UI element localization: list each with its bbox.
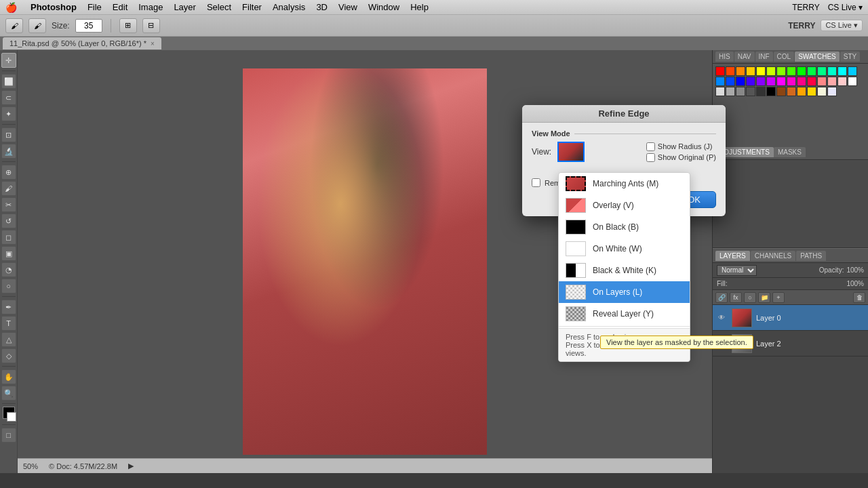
tool-path[interactable]: △: [1, 332, 16, 347]
tab-close-btn[interactable]: ×: [151, 40, 155, 47]
dropdown-reveal-layer[interactable]: Reveal Layer (Y): [559, 303, 690, 325]
layer-0-visibility[interactable]: 👁: [717, 313, 726, 323]
swatch[interactable]: [715, 66, 725, 76]
swatch[interactable]: [766, 87, 776, 96]
menu-select[interactable]: Select: [207, 2, 231, 12]
swatch[interactable]: [848, 77, 857, 86]
tool-screen-mode[interactable]: □: [1, 428, 16, 443]
status-arrow[interactable]: ▶: [128, 462, 134, 470]
tab-paths[interactable]: PATHS: [796, 251, 826, 261]
tab-masks[interactable]: MASKS: [774, 147, 806, 157]
new-group-btn[interactable]: 📁: [758, 292, 770, 303]
tab-channels[interactable]: CHANNELS: [751, 251, 795, 261]
menu-image[interactable]: Image: [138, 2, 163, 12]
add-style-btn[interactable]: fx: [730, 292, 742, 303]
dropdown-marching-ants[interactable]: Marching Ants (M): [559, 173, 690, 195]
swatch[interactable]: [827, 66, 837, 76]
tab-layers[interactable]: LAYERS: [715, 251, 750, 261]
swatch[interactable]: [736, 77, 745, 86]
add-mask-btn[interactable]: ○: [744, 292, 756, 303]
swatch[interactable]: [756, 77, 766, 86]
swatch[interactable]: [715, 87, 725, 96]
cs-live-toolbar[interactable]: CS Live ▾: [821, 20, 863, 31]
swatch[interactable]: [807, 77, 816, 86]
swatch[interactable]: [787, 87, 796, 96]
tool-clone[interactable]: ✂: [1, 197, 16, 212]
menu-edit[interactable]: Edit: [113, 2, 127, 12]
menu-3d[interactable]: 3D: [316, 2, 328, 12]
swatch[interactable]: [746, 87, 755, 96]
tool-marquee[interactable]: ⬜: [1, 74, 16, 89]
swatch[interactable]: [797, 66, 806, 76]
tool-move[interactable]: ✛: [1, 53, 16, 68]
tab-swatches[interactable]: SWATCHES: [795, 52, 840, 62]
dropdown-on-white[interactable]: On White (W): [559, 238, 690, 260]
swatch[interactable]: [807, 66, 816, 76]
tool-eyedropper[interactable]: 🔬: [1, 144, 16, 159]
opacity-value[interactable]: 100%: [846, 266, 864, 274]
tool-crop[interactable]: ⊡: [1, 127, 16, 142]
swatch[interactable]: [797, 87, 806, 96]
swatch[interactable]: [807, 87, 816, 96]
tool-dodge[interactable]: ○: [1, 279, 16, 293]
tab-navigator[interactable]: NAV: [734, 52, 755, 62]
tool-type[interactable]: T: [1, 316, 16, 331]
menu-view[interactable]: View: [338, 2, 357, 12]
dropdown-overlay[interactable]: Overlay (V): [559, 195, 690, 216]
swatch[interactable]: [746, 66, 755, 76]
swatch[interactable]: [817, 66, 827, 76]
document-tab[interactable]: 11_Rita.psd @ 50% (Layer 0, RGB/16*) * ×: [3, 37, 161, 49]
swatch[interactable]: [756, 66, 766, 76]
swatch[interactable]: [776, 66, 786, 76]
menu-filter[interactable]: Filter: [242, 2, 262, 12]
show-original-checkbox[interactable]: [646, 153, 655, 162]
swatch[interactable]: [776, 87, 786, 96]
layout-btn[interactable]: ⊞: [119, 18, 137, 33]
swatch[interactable]: [827, 77, 837, 86]
show-radius-checkbox[interactable]: [646, 142, 655, 151]
tool-gradient[interactable]: ▣: [1, 246, 16, 261]
tool-healing[interactable]: ⊕: [1, 165, 16, 180]
tool-eraser[interactable]: ◻: [1, 230, 16, 245]
arrange-btn[interactable]: ⊟: [142, 18, 160, 33]
swatch[interactable]: [715, 77, 725, 86]
swatch[interactable]: [766, 77, 776, 86]
swatch[interactable]: [787, 77, 796, 86]
swatch[interactable]: [817, 77, 827, 86]
tab-history[interactable]: HIS: [715, 52, 734, 62]
swatch[interactable]: [736, 87, 745, 96]
link-layers-btn[interactable]: 🔗: [715, 292, 728, 303]
tool-pen[interactable]: ✒: [1, 300, 16, 314]
tab-color[interactable]: COL: [774, 52, 795, 62]
blend-mode-select[interactable]: Normal: [717, 265, 757, 276]
menu-file[interactable]: File: [87, 2, 102, 12]
swatch[interactable]: [726, 77, 735, 86]
swatch[interactable]: [787, 66, 796, 76]
menu-help[interactable]: Help: [410, 2, 429, 12]
cs-live-button[interactable]: CS Live ▾: [828, 3, 863, 12]
swatch[interactable]: [797, 77, 806, 86]
view-thumb-preview[interactable]: [557, 142, 585, 162]
tool-shape[interactable]: ◇: [1, 348, 16, 363]
layer-item-0[interactable]: 👁 Layer 0: [713, 305, 868, 331]
dropdown-on-layers[interactable]: On Layers (L): [559, 281, 690, 303]
delete-layer-btn[interactable]: 🗑: [853, 292, 865, 303]
tool-lasso[interactable]: ⊂: [1, 90, 16, 105]
tool-magic-wand[interactable]: ✦: [1, 106, 16, 121]
swatch[interactable]: [726, 66, 735, 76]
swatch[interactable]: [837, 66, 847, 76]
swatch[interactable]: [848, 66, 857, 76]
tool-brush[interactable]: 🖌: [1, 181, 16, 196]
app-name[interactable]: Photoshop: [31, 2, 77, 12]
brush-tool-btn[interactable]: 🖌: [5, 18, 23, 33]
fill-value[interactable]: 100%: [846, 280, 864, 287]
swatch[interactable]: [736, 66, 745, 76]
tool-hand[interactable]: ✋: [1, 369, 16, 384]
dropdown-on-black[interactable]: On Black (B): [559, 216, 690, 238]
background-color[interactable]: [7, 412, 16, 422]
menu-window[interactable]: Window: [368, 2, 399, 12]
swatch[interactable]: [827, 87, 837, 96]
swatch[interactable]: [837, 77, 847, 86]
tool-blur[interactable]: ◔: [1, 262, 16, 277]
dropdown-black-white[interactable]: Black & White (K): [559, 260, 690, 281]
